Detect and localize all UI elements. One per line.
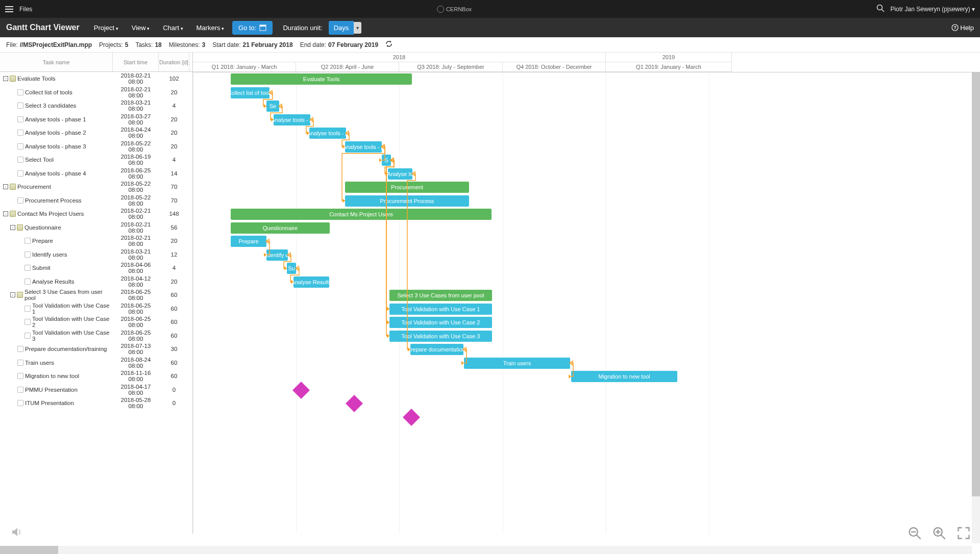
grid-row[interactable]: Analyse tools - phase 1 2018-03-27 08:00… xyxy=(0,113,192,127)
task-duration: 20 xyxy=(159,130,189,136)
grid-row[interactable]: -Evaluate Tools 2018-02-21 08:00 102 xyxy=(0,72,192,86)
grid-row[interactable]: Migration to new tool 2018-11-16 08:00 6… xyxy=(0,369,192,383)
task-bar[interactable]: Analyse tools - p xyxy=(274,114,310,125)
task-bar[interactable]: Analyse Results xyxy=(293,276,329,288)
task-start: 2018-08-24 08:00 xyxy=(113,357,159,369)
help-button[interactable]: ? Help xyxy=(951,24,974,32)
grid-row[interactable]: Analyse tools - phase 3 2018-05-22 08:00… xyxy=(0,140,192,154)
grid-row[interactable]: Analyse tools - phase 4 2018-06-25 08:00… xyxy=(0,167,192,181)
chevron-down-icon[interactable]: ▾ xyxy=(354,22,361,34)
task-duration: 14 xyxy=(159,170,189,177)
grid-row[interactable]: -Select 3 Use Cases from user pool 2018-… xyxy=(0,288,192,302)
task-bar[interactable]: Analyse tools - p xyxy=(345,141,382,153)
task-start: 2018-03-21 08:00 xyxy=(113,248,159,261)
timeline-row: Contact Ms Project Users xyxy=(193,208,980,221)
task-name: Prepare xyxy=(32,238,53,244)
task-bar[interactable]: Tool Validation with Use Case 3 xyxy=(389,331,492,342)
task-bar[interactable]: Procurement Process xyxy=(345,195,469,207)
task-name: Analyse tools - phase 3 xyxy=(25,143,86,149)
menu-project[interactable]: Project ▾ xyxy=(89,21,124,35)
file-icon xyxy=(17,400,23,406)
summary-bar[interactable]: Procurement xyxy=(345,182,469,193)
col-start[interactable]: Start time xyxy=(113,53,159,71)
task-bar[interactable]: Tool Validation with Use Case 2 xyxy=(389,317,492,328)
menu-icon[interactable] xyxy=(5,6,13,12)
task-duration: 12 xyxy=(159,251,189,258)
task-bar[interactable]: Train users xyxy=(464,358,570,369)
sound-icon[interactable] xyxy=(10,526,22,540)
task-bar[interactable]: Analyse to xyxy=(388,168,412,180)
gantt-timeline[interactable]: 20182019 Q1 2018: January - MarchQ2 2018… xyxy=(193,53,980,534)
menu-view[interactable]: View ▾ xyxy=(127,21,155,35)
task-duration: 30 xyxy=(159,346,189,352)
task-bar[interactable]: Analyse tools - p xyxy=(309,128,346,139)
task-start: 2018-06-25 08:00 xyxy=(113,289,159,301)
task-bar[interactable]: Migration to new tool xyxy=(571,371,677,382)
task-bar[interactable]: Tool Validation with Use Case 1 xyxy=(389,304,492,315)
grid-row[interactable]: Identify users 2018-03-21 08:00 12 xyxy=(0,248,192,262)
grid-row[interactable]: -Questionnaire 2018-02-21 08:00 56 xyxy=(0,221,192,235)
grid-row[interactable]: -Procurement 2018-05-22 08:00 70 xyxy=(0,180,192,194)
menu-markers[interactable]: Markers ▾ xyxy=(191,21,229,35)
milestone-diamond[interactable] xyxy=(292,382,310,399)
user-menu[interactable]: Piotr Jan Seweryn (pjsewery) ▾ xyxy=(891,6,975,13)
milestone-diamond[interactable] xyxy=(346,395,363,412)
collapse-toggle[interactable]: - xyxy=(10,292,15,297)
collapse-toggle[interactable]: - xyxy=(3,76,8,81)
folder-icon xyxy=(17,292,23,298)
task-bar[interactable]: Su xyxy=(287,263,296,274)
timeline-row: Analyse Results xyxy=(193,275,980,289)
timeline-row: Prepare xyxy=(193,235,980,248)
grid-row[interactable]: Tool Validation with Use Case 2 2018-06-… xyxy=(0,315,192,329)
file-icon xyxy=(17,373,23,379)
task-bar[interactable]: Collect list of tools xyxy=(231,87,270,98)
grid-row[interactable]: -Contact Ms Project Users 2018-02-21 08:… xyxy=(0,207,192,221)
horizontal-scrollbar[interactable] xyxy=(0,546,972,554)
timeline-row: Analyse tools - p xyxy=(193,140,980,154)
grid-row[interactable]: Select 3 candidates 2018-03-21 08:00 4 xyxy=(0,99,192,113)
grid-row[interactable]: Tool Validation with Use Case 3 2018-06-… xyxy=(0,329,192,343)
milestone-diamond[interactable] xyxy=(403,409,420,426)
collapse-toggle[interactable]: - xyxy=(3,184,8,189)
menu-chart[interactable]: Chart ▾ xyxy=(158,21,188,35)
col-name[interactable]: Task name xyxy=(0,53,113,71)
task-bar[interactable]: Prepare documentation/ xyxy=(410,344,463,355)
duration-select[interactable]: Days xyxy=(329,21,354,35)
grid-row[interactable]: Procurement Process 2018-05-22 08:00 70 xyxy=(0,194,192,208)
grid-row[interactable]: Prepare 2018-02-21 08:00 20 xyxy=(0,234,192,248)
task-duration: 0 xyxy=(159,400,189,406)
grid-row[interactable]: Analyse tools - phase 2 2018-04-24 08:00… xyxy=(0,126,192,140)
task-duration: 60 xyxy=(159,373,189,379)
zoom-out-icon[interactable] xyxy=(908,526,922,542)
search-icon[interactable] xyxy=(876,4,885,14)
folder-icon xyxy=(10,211,16,217)
grid-row[interactable]: Train users 2018-08-24 08:00 60 xyxy=(0,356,192,370)
grid-row[interactable]: Tool Validation with Use Case 1 2018-06-… xyxy=(0,302,192,316)
task-bar[interactable]: S xyxy=(382,155,391,166)
grid-row[interactable]: PMMU Presentation 2018-04-17 08:00 0 xyxy=(0,383,192,397)
grid-row[interactable]: Collect list of tools 2018-02-21 08:00 2… xyxy=(0,86,192,99)
files-link[interactable]: Files xyxy=(19,6,32,13)
grid-row[interactable]: ITUM Presentation 2018-05-28 08:00 0 xyxy=(0,396,192,410)
goto-button[interactable]: Go to: xyxy=(232,21,273,35)
task-bar[interactable]: Identify u xyxy=(266,249,288,261)
grid-row[interactable]: Prepare documentation/training 2018-07-1… xyxy=(0,342,192,356)
task-bar[interactable]: Prepare xyxy=(231,236,266,247)
summary-bar[interactable]: Contact Ms Project Users xyxy=(231,209,492,220)
summary-bar[interactable]: Evaluate Tools xyxy=(231,73,412,85)
task-bar[interactable]: Se xyxy=(266,100,279,112)
col-duration[interactable]: Duration [d] xyxy=(159,53,189,71)
summary-bar[interactable]: Questionnaire xyxy=(231,222,330,234)
grid-row[interactable]: Select Tool 2018-06-19 08:00 4 xyxy=(0,153,192,167)
summary-bar[interactable]: Select 3 Use Cases from user pool xyxy=(389,290,492,301)
fullscreen-icon[interactable] xyxy=(957,526,971,542)
task-duration: 20 xyxy=(159,238,189,244)
refresh-icon[interactable] xyxy=(385,40,393,49)
collapse-toggle[interactable]: - xyxy=(3,211,8,216)
collapse-toggle[interactable]: - xyxy=(10,225,15,230)
grid-row[interactable]: Submit 2018-04-06 08:00 4 xyxy=(0,261,192,275)
vertical-scrollbar[interactable] xyxy=(972,72,980,543)
task-start: 2018-02-21 08:00 xyxy=(113,86,159,98)
zoom-in-icon[interactable] xyxy=(932,526,946,542)
grid-row[interactable]: Analyse Results 2018-04-12 08:00 20 xyxy=(0,275,192,289)
